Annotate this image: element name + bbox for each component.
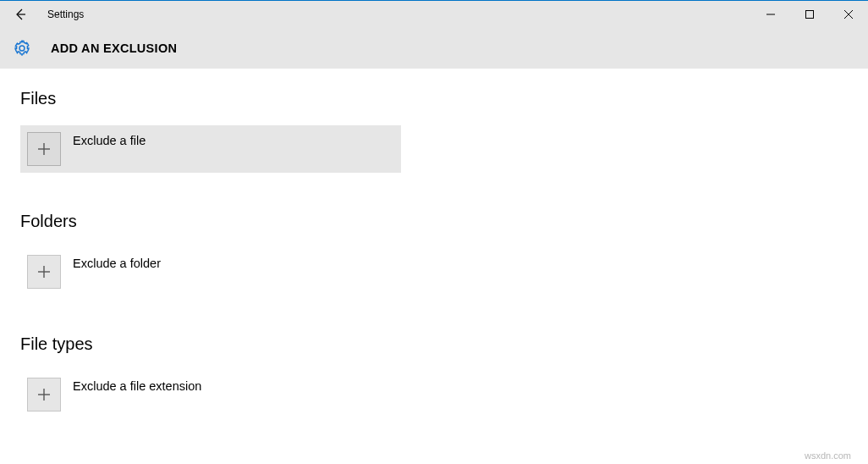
gear-icon — [12, 38, 32, 58]
back-button[interactable] — [0, 1, 41, 28]
maximize-icon — [805, 10, 814, 19]
titlebar: Settings — [0, 1, 868, 28]
section-title-folders: Folders — [20, 212, 848, 231]
window-title: Settings — [47, 8, 84, 20]
exclude-extension-button[interactable]: Exclude a file extension — [20, 371, 401, 418]
exclude-folder-label: Exclude a folder — [73, 257, 161, 270]
section-title-filetypes: File types — [20, 334, 848, 354]
exclude-file-button[interactable]: Exclude a file — [20, 125, 401, 173]
exclude-file-label: Exclude a file — [73, 134, 146, 147]
watermark: wsxdn.com — [805, 450, 851, 461]
plus-icon — [27, 378, 61, 412]
plus-icon — [27, 132, 61, 166]
content-area[interactable]: Files Exclude a file Folders Exclude a f… — [0, 69, 868, 464]
minimize-button[interactable] — [751, 1, 790, 28]
maximize-button[interactable] — [790, 1, 829, 28]
arrow-left-icon — [14, 8, 27, 21]
exclude-folder-button[interactable]: Exclude a folder — [20, 248, 401, 296]
close-button[interactable] — [829, 1, 868, 28]
section-filetypes: File types Exclude a file extension — [20, 334, 848, 418]
svg-point-5 — [19, 46, 25, 51]
page-title: ADD AN EXCLUSION — [51, 41, 177, 55]
exclude-extension-label: Exclude a file extension — [73, 379, 201, 393]
close-icon — [844, 10, 853, 19]
minimize-icon — [766, 10, 775, 19]
page-header: ADD AN EXCLUSION — [0, 28, 868, 69]
section-files: Files Exclude a file — [20, 89, 848, 173]
section-title-files: Files — [20, 89, 848, 108]
section-folders: Folders Exclude a folder — [20, 212, 848, 296]
svg-rect-2 — [806, 11, 814, 19]
plus-icon — [27, 255, 61, 289]
window-controls — [751, 1, 868, 28]
